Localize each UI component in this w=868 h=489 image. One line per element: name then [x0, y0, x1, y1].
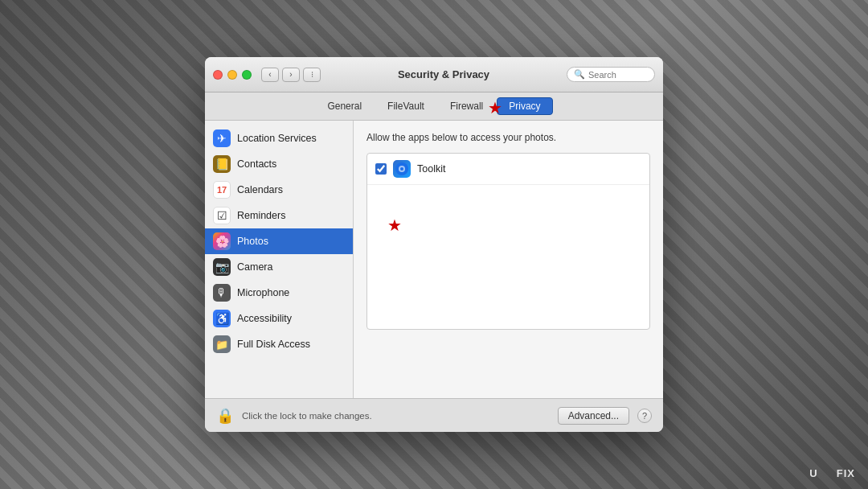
tab-filevault[interactable]: FileVault — [375, 97, 436, 115]
advanced-button[interactable]: Advanced... — [558, 407, 629, 425]
search-input[interactable] — [588, 70, 645, 80]
nav-buttons: ‹ › — [261, 68, 300, 82]
app-list: Toolkit — [366, 153, 650, 330]
maximize-button[interactable] — [242, 70, 252, 80]
sidebar-item-camera[interactable]: 📷 Camera — [205, 254, 353, 280]
forward-button[interactable]: › — [282, 68, 300, 82]
accessibility-icon: ♿ — [213, 310, 231, 327]
grid-button[interactable]: ⁝ — [303, 68, 321, 82]
photos-icon: 🌸 — [213, 232, 231, 250]
window-title: Security & Privacy — [321, 68, 567, 80]
sidebar-item-calendars[interactable]: 17 Calendars — [205, 177, 353, 203]
back-button[interactable]: ‹ — [261, 68, 279, 82]
help-button[interactable]: ? — [637, 409, 652, 423]
tab-privacy[interactable]: Privacy — [497, 97, 552, 115]
sidebar-item-contacts[interactable]: 📒 Contacts — [205, 151, 353, 177]
table-row: Toolkit — [367, 154, 649, 185]
footer-lock-text: Click the lock to make changes. — [242, 411, 550, 421]
reminders-icon: ☑ — [213, 207, 231, 224]
tab-firewall[interactable]: Firewall — [438, 97, 495, 115]
footer: 🔒 Click the lock to make changes. Advanc… — [205, 398, 663, 432]
content-description: Allow the apps below to access your phot… — [366, 132, 650, 143]
sidebar-label-camera: Camera — [237, 261, 272, 273]
sidebar-label-location: Location Services — [237, 133, 317, 144]
contacts-icon: 📒 — [213, 155, 231, 173]
sidebar-label-accessibility: Accessibility — [237, 313, 292, 324]
toolkit-icon — [393, 160, 411, 178]
sidebar-item-microphone[interactable]: 🎙 Microphone — [205, 280, 353, 306]
sidebar-label-diskaccess: Full Disk Access — [237, 339, 310, 350]
sidebar-label-calendars: Calendars — [237, 184, 283, 195]
search-box[interactable]: 🔍 — [567, 67, 655, 82]
diskaccess-icon: 📁 — [213, 335, 231, 353]
sidebar-item-accessibility[interactable]: ♿ Accessibility — [205, 306, 353, 331]
camera-icon: 📷 — [213, 258, 231, 276]
lock-icon[interactable]: 🔒 — [216, 407, 234, 425]
titlebar: ‹ › ⁝ Security & Privacy 🔍 — [205, 57, 663, 92]
toolkit-label: Toolkit — [417, 163, 445, 175]
toolkit-checkbox[interactable] — [375, 163, 387, 175]
tab-general[interactable]: General — [315, 97, 374, 115]
calendars-icon: 17 — [213, 181, 231, 199]
sidebar-item-photos[interactable]: 🌸 Photos — [205, 228, 353, 254]
traffic-lights — [213, 70, 252, 80]
sidebar: ✈ Location Services 📒 Contacts 17 Calend… — [205, 121, 354, 398]
sidebar-label-contacts: Contacts — [237, 158, 276, 170]
sidebar-label-reminders: Reminders — [237, 210, 285, 221]
close-button[interactable] — [213, 70, 223, 80]
sidebar-item-reminders[interactable]: ☑ Reminders — [205, 203, 353, 228]
sidebar-label-microphone: Microphone — [237, 287, 289, 298]
main-content: Allow the apps below to access your phot… — [354, 121, 663, 398]
sidebar-label-photos: Photos — [237, 236, 268, 247]
tabs: General FileVault Firewall Privacy — [205, 92, 663, 121]
main-window: ‹ › ⁝ Security & Privacy 🔍 General FileV… — [205, 57, 663, 432]
minimize-button[interactable] — [227, 70, 237, 80]
window-body: ✈ Location Services 📒 Contacts 17 Calend… — [205, 121, 663, 398]
svg-point-2 — [400, 167, 403, 171]
microphone-icon: 🎙 — [213, 284, 231, 302]
sidebar-item-diskaccess[interactable]: 📁 Full Disk Access — [205, 331, 353, 357]
sidebar-item-location[interactable]: ✈ Location Services — [205, 125, 353, 151]
watermark: U FIX — [809, 467, 855, 479]
location-icon: ✈ — [213, 129, 231, 147]
search-icon: 🔍 — [574, 69, 585, 80]
